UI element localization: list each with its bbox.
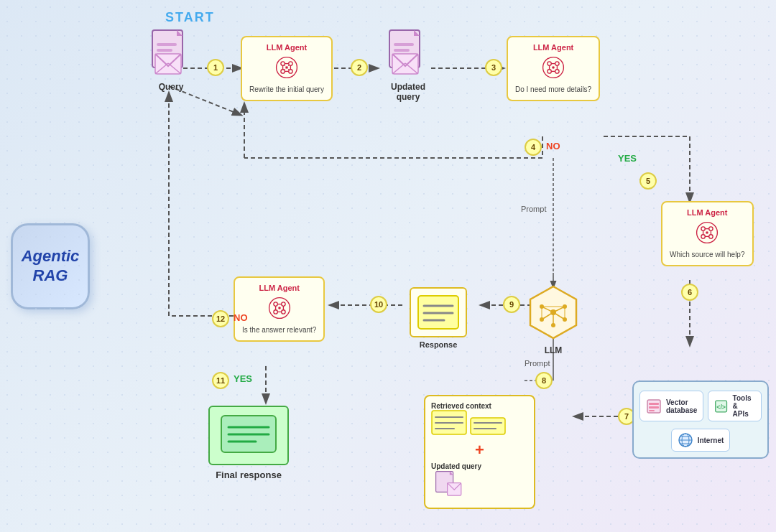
svg-point-51 bbox=[555, 62, 559, 65]
svg-point-61 bbox=[709, 227, 713, 230]
prompt-label-1: Prompt bbox=[521, 205, 546, 213]
badge-2: 2 bbox=[351, 59, 368, 76]
internet-icon bbox=[678, 432, 693, 448]
is-relevant-node: LLM Agent Is the answer relevant? bbox=[234, 276, 325, 342]
svg-point-91 bbox=[274, 310, 277, 314]
svg-point-92 bbox=[281, 310, 285, 314]
plus-sign: + bbox=[431, 442, 528, 458]
badge-10: 10 bbox=[370, 296, 387, 313]
which-source-box: LLM Agent Which source will help? bbox=[661, 201, 754, 266]
svg-rect-106 bbox=[471, 418, 505, 434]
brain-icon-1 bbox=[274, 55, 300, 80]
no-label-1: NO bbox=[546, 141, 560, 151]
vector-db-icon bbox=[646, 398, 662, 414]
prompt-label-2: Prompt bbox=[525, 359, 550, 368]
internet-label: Internet bbox=[698, 437, 724, 444]
is-relevant-box: LLM Agent Is the answer relevant? bbox=[234, 276, 325, 342]
badge-4: 4 bbox=[525, 139, 542, 156]
svg-point-62 bbox=[701, 235, 705, 238]
llm-hex-icon bbox=[525, 284, 582, 341]
svg-point-52 bbox=[548, 70, 551, 73]
svg-rect-114 bbox=[649, 406, 659, 409]
retrieved-context-label: Retrieved context bbox=[431, 402, 506, 438]
tools-apis-item: </> Tools & APIs bbox=[708, 391, 762, 421]
vector-db-item: Vector database bbox=[639, 391, 703, 421]
left-panel: Agentic RAG bbox=[0, 0, 101, 532]
main-container: Agentic RAG bbox=[0, 0, 776, 532]
tools-apis-label: Tools & APIs bbox=[733, 394, 755, 418]
badge-12: 12 bbox=[212, 310, 229, 327]
sources-top-row: Vector database </> Tools & APIs bbox=[639, 388, 762, 424]
svg-rect-113 bbox=[649, 403, 659, 405]
svg-line-38 bbox=[284, 65, 285, 66]
internet-item: Internet bbox=[671, 429, 731, 452]
brain-icon-3 bbox=[694, 220, 720, 246]
updated-query-section: Updated query bbox=[431, 462, 528, 502]
brain-icon-4 bbox=[267, 295, 292, 321]
retrieved-context-section: Retrieved context bbox=[431, 402, 528, 438]
sources-box: Vector database </> Tools & APIs bbox=[632, 381, 769, 459]
svg-point-63 bbox=[709, 235, 713, 238]
final-response-node: Final response bbox=[208, 406, 289, 480]
do-i-need-node: LLM Agent Do I need more details? bbox=[507, 36, 600, 101]
updated-query-icon bbox=[387, 29, 430, 79]
svg-rect-45 bbox=[394, 49, 410, 52]
llm-label: LLM bbox=[525, 345, 582, 355]
svg-line-41 bbox=[288, 69, 290, 70]
start-label: START bbox=[165, 10, 215, 25]
diagram-area: START 1 Query 2 LLM Agent bbox=[101, 0, 776, 532]
svg-point-90 bbox=[281, 302, 285, 306]
badge-8: 8 bbox=[535, 372, 553, 389]
svg-point-93 bbox=[278, 307, 281, 309]
query-node: Query bbox=[142, 29, 200, 92]
svg-rect-24 bbox=[157, 49, 172, 52]
final-response-label: Final response bbox=[208, 470, 289, 480]
svg-point-64 bbox=[706, 231, 708, 234]
rewrite-node: LLM Agent Rewrite th bbox=[241, 36, 333, 101]
svg-point-33 bbox=[285, 66, 288, 69]
tools-apis-icon: </> bbox=[714, 398, 728, 414]
yes-label-1: YES bbox=[618, 153, 637, 164]
svg-point-89 bbox=[274, 302, 277, 306]
svg-rect-44 bbox=[394, 43, 414, 46]
retrieved-context-icon bbox=[431, 410, 467, 435]
final-response-icon bbox=[220, 414, 277, 454]
llm-node: LLM bbox=[525, 284, 582, 355]
context-box: Retrieved context + bbox=[424, 395, 535, 509]
vector-db-label: Vector database bbox=[666, 398, 697, 414]
badge-11: 11 bbox=[212, 372, 229, 389]
svg-point-60 bbox=[701, 227, 705, 230]
svg-point-53 bbox=[555, 70, 559, 73]
updated-query-section-label: Updated query bbox=[431, 462, 481, 502]
badge-5: 5 bbox=[639, 172, 657, 190]
rewrite-box: LLM Agent Rewrite th bbox=[241, 36, 333, 101]
do-i-need-box: LLM Agent Do I need more details? bbox=[507, 36, 600, 101]
brain-icon-2 bbox=[540, 55, 566, 80]
svg-point-50 bbox=[548, 62, 551, 65]
agentic-rag-box: Agentic RAG bbox=[11, 223, 90, 309]
query-icon bbox=[149, 29, 193, 79]
svg-text:</>: </> bbox=[717, 403, 726, 411]
final-response-box bbox=[208, 406, 289, 465]
svg-rect-23 bbox=[157, 43, 177, 46]
yes-label-2: YES bbox=[234, 373, 252, 384]
badge-3: 3 bbox=[485, 59, 502, 76]
response-box bbox=[410, 287, 467, 337]
which-source-node: LLM Agent Which source will help? bbox=[661, 201, 754, 266]
no-label-2: NO bbox=[234, 312, 248, 323]
response-icon bbox=[417, 294, 460, 330]
query-label: Query bbox=[159, 82, 184, 92]
agentic-rag-title: Agentic RAG bbox=[22, 247, 80, 285]
response-label: Response bbox=[410, 340, 467, 349]
svg-point-54 bbox=[552, 66, 555, 69]
retrieved-context-icon2 bbox=[470, 417, 506, 435]
badge-6: 6 bbox=[681, 284, 698, 301]
badge-1: 1 bbox=[207, 59, 224, 76]
updated-query-small-icon bbox=[431, 470, 467, 499]
svg-rect-115 bbox=[649, 410, 655, 411]
badge-9: 9 bbox=[503, 296, 520, 313]
response-node: Response bbox=[410, 287, 467, 349]
svg-line-39 bbox=[288, 65, 290, 66]
svg-line-40 bbox=[284, 69, 285, 70]
updated-query-label: Updated query bbox=[379, 82, 437, 102]
